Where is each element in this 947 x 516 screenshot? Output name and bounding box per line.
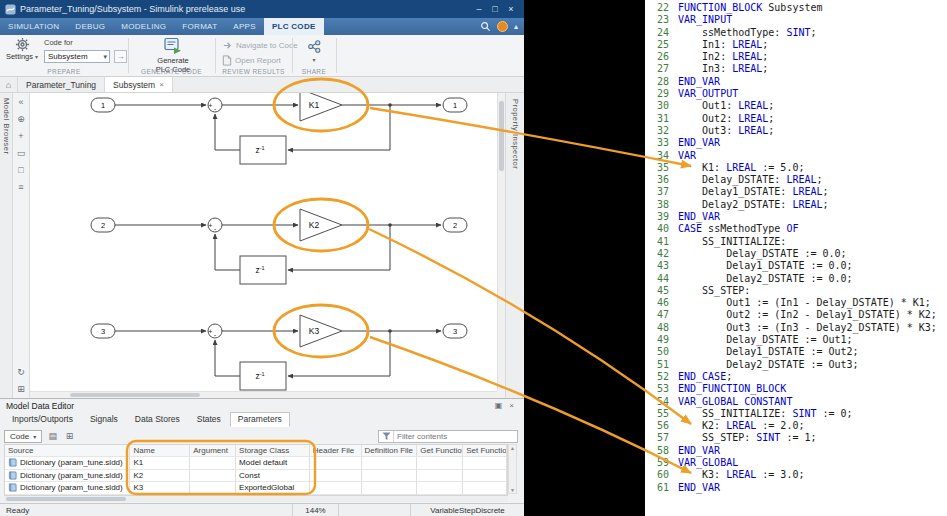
feedback-line[interactable] — [215, 340, 240, 376]
maximize-button[interactable]: □ — [487, 4, 503, 14]
code-for-select[interactable]: Subsystem ▾ — [44, 50, 110, 63]
generate-plc-code-icon — [163, 36, 183, 56]
filter-input[interactable] — [394, 431, 517, 441]
collapse-toolstrip-icon[interactable]: ▴ — [514, 22, 518, 31]
doc-tab-parameter-tuning[interactable]: Parameter_Tuning — [18, 77, 105, 92]
mde-tab-states[interactable]: States — [189, 412, 229, 427]
table-row[interactable]: Dictionary (param_tune.sldd)K1Model defa… — [5, 457, 507, 470]
cell-source[interactable]: Dictionary (param_tune.sldd) — [5, 457, 130, 470]
cell-get-function[interactable] — [417, 457, 463, 470]
scroll-thumb[interactable] — [6, 497, 126, 501]
tab-modeling[interactable]: MODELING — [113, 18, 174, 35]
cell-header-file[interactable] — [310, 457, 362, 470]
cell-definition-file[interactable] — [362, 457, 418, 470]
column-header-definition-file[interactable]: Definition File — [362, 445, 418, 457]
mde-tab-inports-outports[interactable]: Inports/Outports — [4, 412, 81, 427]
split-table-icon[interactable]: ⊞ — [63, 430, 76, 443]
mde-tab-signals[interactable]: Signals — [82, 412, 126, 427]
column-header-name[interactable]: Name — [130, 445, 190, 457]
canvas-hscrollbar[interactable] — [30, 391, 497, 398]
feedback-line[interactable] — [215, 114, 240, 150]
close-button[interactable]: × — [503, 4, 519, 14]
annotation-icon[interactable]: ▭ — [15, 147, 28, 159]
cell-header-file[interactable] — [310, 482, 362, 495]
update-diagram-icon[interactable]: ↻ — [15, 366, 28, 378]
settings-button[interactable]: Settings ▾ — [4, 37, 40, 62]
share-button[interactable]: ▾ — [300, 39, 328, 65]
doc-tab-subsystem[interactable]: Subsystem× — [105, 77, 173, 92]
open-report-button[interactable]: Open Report — [222, 55, 281, 66]
close-panel-icon[interactable]: × — [505, 401, 518, 410]
cell-name[interactable]: K3 — [130, 482, 190, 495]
cell-get-function[interactable] — [417, 470, 463, 483]
cell-storage-class[interactable]: Const — [236, 470, 310, 483]
scroll-down-icon[interactable]: ▼ — [510, 487, 515, 493]
code-text: END_CASE; — [678, 371, 732, 383]
minimize-button[interactable]: – — [471, 4, 487, 14]
feedback-line[interactable] — [215, 234, 240, 270]
region-select-icon[interactable]: □ — [15, 164, 28, 176]
navigate-to-code-button[interactable]: Navigate to Code — [222, 40, 298, 51]
diagram-canvas[interactable]: 1+-K11z-12+-K22z-13+-K33z-1 — [30, 93, 497, 391]
table-vscrollbar[interactable]: ▲ ▼ — [508, 444, 517, 494]
cell-argument[interactable] — [190, 470, 236, 483]
apply-arrow-button[interactable]: → — [114, 50, 127, 63]
cell-storage-class[interactable]: Model default — [236, 457, 310, 470]
notification-badge-icon[interactable] — [497, 21, 508, 32]
list-icon[interactable]: ≡ — [15, 181, 28, 193]
cell-source[interactable]: Dictionary (param_tune.sldd) — [5, 482, 130, 495]
filter-funnel-icon[interactable] — [379, 431, 394, 442]
collapse-browser-icon[interactable]: « — [15, 96, 28, 108]
gain-block-K3[interactable] — [300, 315, 342, 347]
tab-debug[interactable]: DEBUG — [67, 18, 113, 35]
close-tab-icon[interactable]: × — [159, 80, 164, 89]
line-number: 25 — [645, 39, 678, 51]
pan-icon[interactable]: + — [15, 130, 28, 142]
scroll-thumb[interactable] — [70, 393, 200, 397]
column-header-header-file[interactable]: Header File — [310, 445, 362, 457]
split-view-icon[interactable]: ⊞ — [15, 383, 28, 395]
cell-definition-file[interactable] — [362, 482, 418, 495]
cell-get-function[interactable] — [417, 482, 463, 495]
dock-icon[interactable]: ▣ — [492, 401, 505, 410]
canvas-vscrollbar[interactable] — [497, 93, 505, 391]
zoom-icon[interactable]: ⊕ — [15, 113, 28, 125]
table-hscrollbar[interactable] — [4, 496, 508, 502]
line-number: 47 — [645, 309, 678, 321]
mde-tab-data-stores[interactable]: Data Stores — [127, 412, 188, 427]
cell-source[interactable]: Dictionary (param_tune.sldd) — [5, 470, 130, 483]
column-header-get-function[interactable]: Get Function — [417, 445, 463, 457]
home-icon[interactable]: ⌂ — [0, 77, 18, 92]
tab-format[interactable]: FORMAT — [174, 18, 225, 35]
cell-argument[interactable] — [190, 457, 236, 470]
column-header-storage-class[interactable]: Storage Class — [236, 445, 310, 457]
mde-tab-parameters[interactable]: Parameters — [230, 412, 290, 427]
tab-plc-code[interactable]: PLC CODE — [264, 18, 324, 35]
table-row[interactable]: Dictionary (param_tune.sldd)K2Const — [5, 470, 507, 483]
tab-apps[interactable]: APPS — [225, 18, 264, 35]
column-header-argument[interactable]: Argument — [190, 445, 236, 457]
search-icon[interactable] — [480, 21, 491, 32]
table-row[interactable]: Dictionary (param_tune.sldd)K3ExportedGl… — [5, 482, 507, 495]
solver-badge[interactable]: VariableStepDiscrete — [410, 504, 524, 516]
column-header-set-function[interactable]: Set Function — [463, 445, 507, 457]
property-inspector-tab[interactable]: Property Inspector — [505, 93, 524, 398]
cell-storage-class[interactable]: ExportedGlobal — [236, 482, 310, 495]
gain-block-K2[interactable] — [300, 209, 342, 241]
cell-header-file[interactable] — [310, 470, 362, 483]
cell-set-function[interactable] — [463, 457, 507, 470]
cell-definition-file[interactable] — [362, 470, 418, 483]
cell-set-function[interactable] — [463, 482, 507, 495]
cell-name[interactable]: K1 — [130, 457, 190, 470]
cell-name[interactable]: K2 — [130, 470, 190, 483]
scroll-thumb[interactable] — [499, 101, 504, 171]
scroll-up-icon[interactable]: ▲ — [510, 445, 515, 451]
tab-simulation[interactable]: SIMULATION — [0, 18, 67, 35]
gain-block-K1[interactable] — [300, 93, 342, 121]
model-browser-tab[interactable]: Model Browser — [0, 93, 13, 398]
column-header-source[interactable]: Source — [5, 445, 130, 457]
cell-set-function[interactable] — [463, 470, 507, 483]
code-dropdown-button[interactable]: Code ▾ — [4, 430, 42, 443]
cell-argument[interactable] — [190, 482, 236, 495]
grid-view-icon[interactable]: ▤ — [46, 430, 59, 443]
